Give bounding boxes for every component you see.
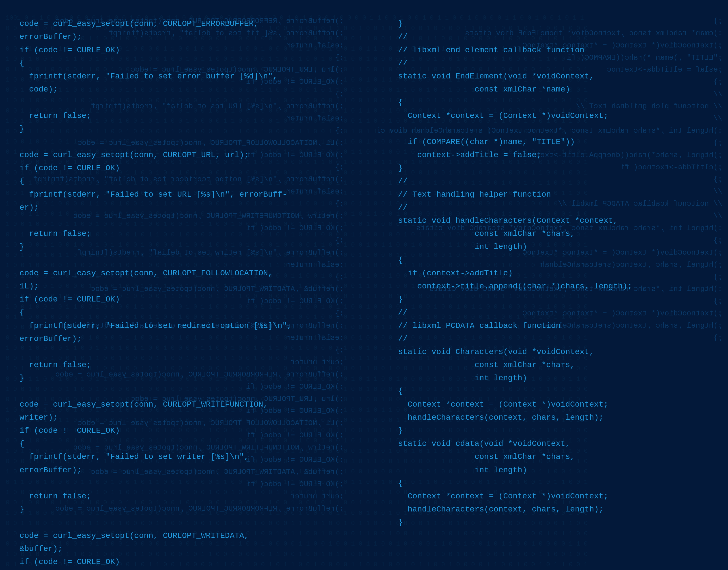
right-primary-code: } // // libxml end element callback func… <box>378 0 728 570</box>
left-primary-code: code = curl_easy_setopt(conn, CURLOPT_ER… <box>0 0 364 570</box>
